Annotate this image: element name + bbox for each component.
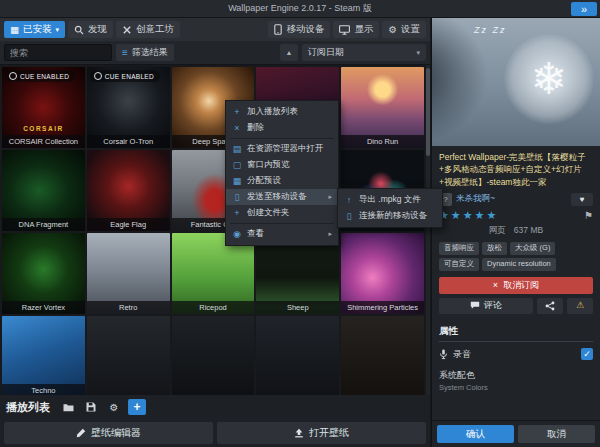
menu-item-icon: ◉ xyxy=(232,230,242,239)
wallpaper-tile[interactable] xyxy=(341,316,424,395)
check-icon: ✓ xyxy=(583,349,591,359)
share-button[interactable] xyxy=(537,298,563,314)
wallpaper-tile[interactable]: Retro xyxy=(87,233,170,314)
size-row: 网页 637 MB xyxy=(432,223,600,239)
action-row: 评论 ⚠ xyxy=(439,298,593,314)
collapse-panel-button[interactable]: » xyxy=(571,2,597,16)
menu-item[interactable]: ▢ 窗口内预览 ▸ xyxy=(226,157,338,173)
menu-item[interactable]: ▯ 连接新的移动设备 ▸ xyxy=(338,208,442,224)
playlist-folder-button[interactable] xyxy=(59,399,77,415)
comments-button[interactable]: 评论 xyxy=(439,298,533,314)
footer-bar: 壁纸编辑器 打开壁纸 xyxy=(0,419,430,447)
wallpaper-type: 网页 xyxy=(489,225,506,237)
menu-item[interactable]: × 删除 ▸ xyxy=(226,120,338,136)
wallpaper-tile[interactable]: Shimmering Particles xyxy=(341,233,424,314)
grid-icon: ▦ xyxy=(10,24,19,35)
settings-button[interactable]: ⚙ 设置 xyxy=(382,21,426,38)
menu-item-label: 创建文件夹 xyxy=(247,207,290,219)
menu-item[interactable]: ↑ 导出 .mpkg 文件 ▸ xyxy=(338,192,442,208)
tile-title: Techno xyxy=(2,384,85,395)
confirm-row: 确认 取消 xyxy=(432,420,600,447)
report-button[interactable]: ⚠ xyxy=(567,298,593,314)
cue-badge: CUE ENABLED xyxy=(5,70,75,82)
grid-scrollbar[interactable] xyxy=(426,65,430,395)
tab-discover[interactable]: 发现 xyxy=(68,21,113,38)
tab-workshop[interactable]: 创意工坊 xyxy=(116,21,180,38)
tag-chip: 可自定义 xyxy=(439,258,479,271)
context-menu: + 加入播放列表 ▸ × 删除 ▸ ▤ 在资源管理器中打开 ▸ ▢ 窗口内预览 … xyxy=(225,100,339,246)
menu-item-icon: × xyxy=(232,124,242,133)
submenu-arrow-icon: ▸ xyxy=(328,193,332,201)
tile-title: Ricepod xyxy=(172,301,255,314)
open-wallpaper-label: 打开壁纸 xyxy=(309,426,349,440)
author-link[interactable]: 来杀我啊~ xyxy=(456,193,495,205)
tab-workshop-label: 创意工坊 xyxy=(136,23,174,36)
wallpaper-size: 637 MB xyxy=(514,225,543,237)
author-row: ? 来杀我啊~ ♥ xyxy=(432,191,600,208)
playlist-settings-button[interactable]: ⚙ xyxy=(105,399,123,415)
favorite-button[interactable]: ♥ xyxy=(571,193,593,206)
menu-item[interactable]: ▦ 分配预设 ▸ xyxy=(226,173,338,189)
mobile-devices-button[interactable]: 移动设备 xyxy=(268,21,330,38)
menu-item-label: 连接新的移动设备 xyxy=(359,210,427,222)
display-label: 显示 xyxy=(354,23,373,36)
wallpaper-tile[interactable] xyxy=(87,316,170,395)
report-flag-button[interactable]: ⚑ xyxy=(584,210,593,221)
pencil-icon xyxy=(76,428,86,438)
save-icon xyxy=(86,402,96,412)
record-audio-checkbox[interactable]: ✓ xyxy=(581,348,593,360)
wallpaper-tile[interactable]: DNA Fragment xyxy=(2,150,85,231)
menu-item-label: 发送至移动设备 xyxy=(247,191,307,203)
wallpaper-tile[interactable] xyxy=(172,316,255,395)
sort-dropdown[interactable]: 订阅日期 ▾ xyxy=(302,44,426,61)
menu-item[interactable]: ◉ 查看 ▸ xyxy=(226,226,338,242)
tile-overlay-text: CORSAIR xyxy=(2,125,85,132)
wallpaper-editor-label: 壁纸编辑器 xyxy=(91,426,141,440)
open-wallpaper-button[interactable]: 打开壁纸 xyxy=(217,422,426,444)
wallpaper-preview: ❄ Zz Zz xyxy=(432,18,600,146)
tile-title: Sheep xyxy=(256,301,339,314)
filter-results-button[interactable]: ≡ 筛选结果 xyxy=(116,44,174,61)
left-pane: ▦ 已安装 ▾ 发现 创意工坊 移动设备 显示 ⚙ xyxy=(0,18,430,447)
comments-label: 评论 xyxy=(484,299,502,312)
tile-title: DNA Fragment xyxy=(2,218,85,231)
wallpaper-tile[interactable]: Eagle Flag xyxy=(87,150,170,231)
menu-item-label: 删除 xyxy=(247,122,264,134)
star-rating[interactable]: ★★★★★ xyxy=(439,210,498,221)
tab-installed[interactable]: ▦ 已安装 ▾ xyxy=(4,21,65,38)
close-icon: × xyxy=(493,280,498,290)
wallpaper-tile[interactable]: CUE ENABLED Corsair O-Tron xyxy=(87,67,170,148)
menu-item-icon: ▦ xyxy=(232,177,242,186)
menu-item[interactable]: + 创建文件夹 ▸ xyxy=(226,205,338,221)
wallpaper-editor-button[interactable]: 壁纸编辑器 xyxy=(4,422,213,444)
menu-item[interactable]: + 加入播放列表 ▸ xyxy=(226,104,338,120)
search-input[interactable] xyxy=(4,44,112,61)
wallpaper-tile[interactable]: Techno xyxy=(2,316,85,395)
cue-logo-icon xyxy=(94,72,102,80)
menu-item-label: 分配预设 xyxy=(247,175,281,187)
filter-icon: ≡ xyxy=(122,48,128,58)
confirm-button[interactable]: 确认 xyxy=(437,425,514,443)
playlist-add-button[interactable]: + xyxy=(128,399,146,415)
system-color-label: 系统配色 xyxy=(439,369,593,382)
menu-item[interactable]: ▤ 在资源管理器中打开 ▸ xyxy=(226,141,338,157)
wallpaper-tile[interactable] xyxy=(256,316,339,395)
playlist-save-button[interactable] xyxy=(82,399,100,415)
menu-item[interactable]: ▯ 发送至移动设备 ▸ xyxy=(226,189,338,205)
menu-item-icon: + xyxy=(232,209,242,218)
wallpaper-tile[interactable]: CUE ENABLED CORSAIR CORSAIR Collection xyxy=(2,67,85,148)
sort-direction-button[interactable]: ▲ xyxy=(280,44,298,61)
unsubscribe-button[interactable]: × 取消订阅 xyxy=(439,277,593,294)
details-pane: ❄ Zz Zz Perfect Wallpaper-完美壁纸【落樱粒子+多风格动… xyxy=(431,18,600,447)
main-toolbar: ▦ 已安装 ▾ 发现 创意工坊 移动设备 显示 ⚙ xyxy=(0,18,430,41)
system-color-setting[interactable]: 系统配色 System Colors xyxy=(439,369,593,392)
cancel-button[interactable]: 取消 xyxy=(518,425,595,443)
wallpaper-tile[interactable]: Razer Vortex xyxy=(2,233,85,314)
wallpaper-tile[interactable]: Dino Run xyxy=(341,67,424,148)
cue-badge-label: CUE ENABLED xyxy=(105,73,154,80)
properties-header: 属性 xyxy=(439,325,593,342)
display-button[interactable]: 显示 xyxy=(333,21,379,38)
grid-scrollbar-thumb[interactable] xyxy=(426,68,430,156)
monitor-icon xyxy=(339,25,350,35)
warning-icon: ⚠ xyxy=(576,301,584,310)
